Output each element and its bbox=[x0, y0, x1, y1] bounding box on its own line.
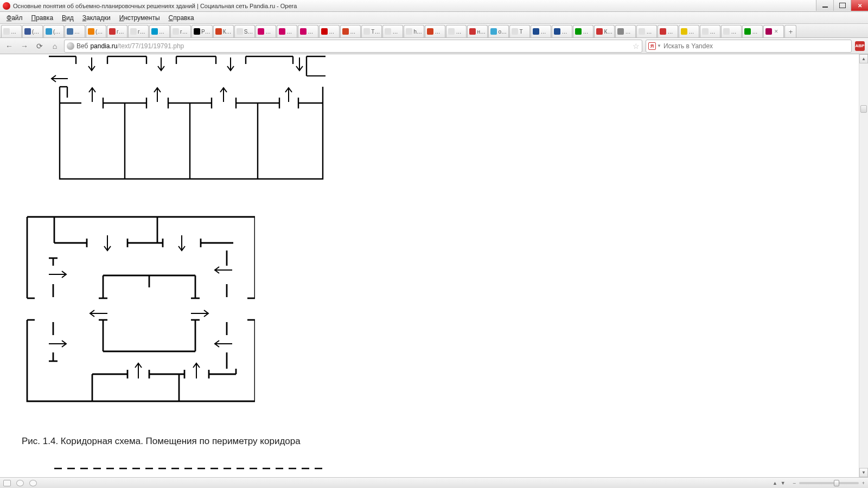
browser-tab[interactable]: … bbox=[319, 25, 340, 37]
tab-favicon bbox=[469, 28, 476, 35]
tab-label: … bbox=[265, 29, 271, 35]
tab-favicon bbox=[702, 28, 709, 35]
tab-favicon bbox=[46, 28, 52, 35]
tab-favicon bbox=[744, 28, 751, 35]
browser-tab[interactable]: … bbox=[615, 25, 636, 37]
browser-tab[interactable]: г… bbox=[107, 25, 127, 37]
menu-view[interactable]: Вид bbox=[58, 13, 78, 23]
menu-edit[interactable]: Правка bbox=[27, 13, 58, 23]
close-window-button[interactable] bbox=[851, 0, 868, 11]
statusbar-panel-icon[interactable] bbox=[3, 480, 11, 486]
menu-help[interactable]: Справка bbox=[164, 13, 199, 23]
browser-tab[interactable]: … bbox=[573, 25, 593, 37]
minimize-button[interactable] bbox=[816, 0, 833, 11]
search-input[interactable] bbox=[663, 42, 849, 50]
browser-tab[interactable]: … bbox=[425, 25, 445, 37]
opera-icon bbox=[3, 2, 10, 10]
tab-label: S… bbox=[244, 29, 253, 35]
bookmark-star-icon[interactable]: ☆ bbox=[633, 42, 640, 50]
tab-close-icon[interactable]: ✕ bbox=[774, 29, 778, 34]
menu-tools[interactable]: Инструменты bbox=[115, 13, 164, 23]
adblock-icon[interactable]: ABP bbox=[855, 41, 865, 51]
zoom-out-icon[interactable]: – bbox=[793, 480, 796, 486]
browser-tab[interactable]: н… bbox=[467, 25, 488, 37]
browser-tab[interactable]: … bbox=[531, 25, 551, 37]
browser-tab[interactable]: … bbox=[658, 25, 678, 37]
tab-label: … bbox=[752, 29, 757, 35]
browser-tab[interactable]: … bbox=[65, 25, 85, 37]
browser-tab[interactable]: T bbox=[509, 25, 530, 37]
address-bar[interactable]: Веб pandia.ru/text/77/191/19791.php ☆ bbox=[64, 40, 642, 53]
nav-back-button[interactable]: ← bbox=[3, 40, 15, 52]
browser-tab[interactable]: … bbox=[340, 25, 361, 37]
browser-tab[interactable]: … bbox=[700, 25, 720, 37]
zoom-slider-knob[interactable] bbox=[834, 480, 839, 486]
browser-tab[interactable]: … bbox=[277, 25, 297, 37]
tab-label: … bbox=[731, 29, 736, 35]
browser-tab[interactable]: … bbox=[721, 25, 742, 37]
statusbar-turbo-icon[interactable] bbox=[29, 480, 37, 486]
zoom-slider-track[interactable] bbox=[799, 482, 859, 484]
scroll-thumb[interactable] bbox=[860, 105, 867, 113]
zoom-in-icon[interactable]: + bbox=[862, 480, 865, 486]
tab-label: … bbox=[350, 29, 355, 35]
nav-home-button[interactable]: ⌂ bbox=[49, 40, 61, 52]
search-bar[interactable]: Я ▼ bbox=[646, 40, 852, 53]
browser-tab[interactable]: P… bbox=[192, 25, 213, 37]
vertical-scrollbar[interactable]: ▲ ▼ bbox=[859, 54, 868, 477]
browser-tab[interactable]: … bbox=[742, 25, 763, 37]
tab-label: (… bbox=[53, 29, 60, 35]
search-engine-dropdown-icon[interactable]: ▼ bbox=[657, 43, 661, 48]
nav-forward-button[interactable]: → bbox=[18, 40, 30, 52]
browser-tab[interactable]: … bbox=[679, 25, 699, 37]
tab-favicon bbox=[321, 28, 328, 35]
zoom-control[interactable]: ▲ ▼ – + bbox=[773, 480, 865, 486]
tab-label: T… bbox=[371, 29, 380, 35]
tab-label: … bbox=[540, 29, 546, 35]
browser-tab[interactable]: … bbox=[382, 25, 403, 37]
browser-tab[interactable]: S… bbox=[234, 25, 256, 37]
browser-tab[interactable]: г… bbox=[128, 25, 149, 37]
tab-favicon bbox=[67, 28, 73, 35]
window-title: Основные понятия об объемно-планировочны… bbox=[13, 3, 816, 9]
new-tab-button[interactable] bbox=[784, 25, 796, 37]
browser-tab[interactable]: … bbox=[1, 25, 22, 37]
tab-favicon bbox=[109, 28, 116, 35]
statusbar-sync-icon[interactable] bbox=[16, 480, 24, 486]
browser-tab[interactable]: (… bbox=[86, 25, 106, 37]
browser-tab[interactable]: o… bbox=[488, 25, 509, 37]
browser-tab[interactable]: h… bbox=[404, 25, 424, 37]
scroll-up-button[interactable]: ▲ bbox=[859, 54, 868, 63]
address-host: pandia.ru bbox=[90, 42, 117, 50]
menu-file[interactable]: Файл bbox=[2, 13, 27, 23]
tab-favicon bbox=[130, 28, 137, 35]
tab-favicon bbox=[406, 28, 412, 35]
browser-tab[interactable]: … bbox=[149, 25, 170, 37]
browser-tab[interactable]: … bbox=[636, 25, 657, 37]
tab-favicon bbox=[173, 28, 179, 35]
nav-reload-button[interactable]: ⟳ bbox=[34, 40, 46, 52]
browser-tab[interactable]: г… bbox=[170, 25, 191, 37]
maximize-button[interactable] bbox=[833, 0, 851, 11]
zoom-fit-down-icon[interactable]: ▼ bbox=[781, 480, 786, 486]
browser-tab[interactable]: … bbox=[552, 25, 572, 37]
zoom-fit-up-icon[interactable]: ▲ bbox=[773, 480, 777, 486]
browser-tab[interactable]: К… bbox=[213, 25, 234, 37]
tab-label: г… bbox=[117, 29, 124, 35]
tab-favicon bbox=[554, 28, 560, 35]
menu-bookmarks[interactable]: Закладки bbox=[78, 13, 115, 23]
browser-tab[interactable]: К… bbox=[594, 25, 615, 37]
tab-label: … bbox=[435, 29, 440, 35]
tab-label: … bbox=[308, 29, 313, 35]
browser-tab[interactable]: T… bbox=[361, 25, 382, 37]
browser-tab[interactable]: … bbox=[446, 25, 467, 37]
tab-favicon bbox=[151, 28, 158, 35]
scroll-down-button[interactable]: ▼ bbox=[859, 468, 868, 477]
browser-tab[interactable]: ✕ bbox=[763, 25, 784, 37]
browser-tab[interactable]: … bbox=[256, 25, 276, 37]
browser-tab[interactable]: (… bbox=[22, 25, 43, 37]
tab-favicon bbox=[617, 28, 624, 35]
browser-tab[interactable]: (… bbox=[43, 25, 64, 37]
browser-tab[interactable]: … bbox=[298, 25, 318, 37]
page-viewport: ▲ ▼ bbox=[0, 54, 868, 477]
